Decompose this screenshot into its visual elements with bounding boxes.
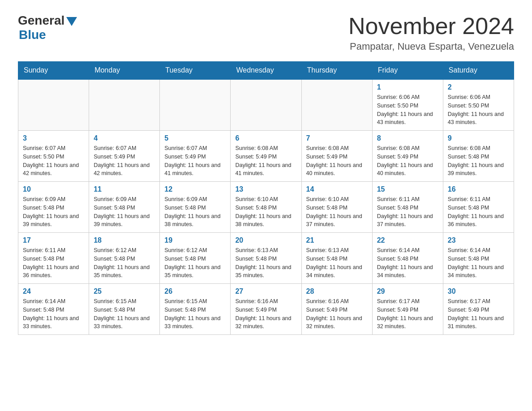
day-number: 22 — [377, 236, 438, 244]
day-number: 10 — [23, 185, 84, 193]
logo: General Blue — [18, 13, 77, 42]
day-number: 19 — [164, 236, 226, 244]
day-number: 26 — [164, 287, 226, 295]
day-number: 18 — [94, 236, 155, 244]
day-sun-info: Sunrise: 6:09 AM Sunset: 5:48 PM Dayligh… — [164, 195, 226, 229]
day-number: 13 — [235, 185, 296, 193]
day-sun-info: Sunrise: 6:08 AM Sunset: 5:49 PM Dayligh… — [377, 144, 438, 178]
calendar-week-row: 24Sunrise: 6:14 AM Sunset: 5:48 PM Dayli… — [18, 284, 514, 335]
calendar-day-cell: 14Sunrise: 6:10 AM Sunset: 5:48 PM Dayli… — [301, 182, 372, 233]
calendar-week-row: 3Sunrise: 6:07 AM Sunset: 5:50 PM Daylig… — [18, 131, 514, 182]
calendar-day-cell: 2Sunrise: 6:06 AM Sunset: 5:50 PM Daylig… — [443, 79, 514, 131]
day-of-week-header: Tuesday — [160, 62, 231, 80]
day-sun-info: Sunrise: 6:08 AM Sunset: 5:49 PM Dayligh… — [306, 144, 368, 178]
day-sun-info: Sunrise: 6:06 AM Sunset: 5:50 PM Dayligh… — [448, 93, 509, 127]
day-sun-info: Sunrise: 6:14 AM Sunset: 5:48 PM Dayligh… — [23, 297, 84, 331]
calendar-day-cell: 29Sunrise: 6:17 AM Sunset: 5:49 PM Dayli… — [372, 284, 443, 335]
calendar-day-cell: 24Sunrise: 6:14 AM Sunset: 5:48 PM Dayli… — [18, 284, 89, 335]
day-number: 27 — [235, 287, 296, 295]
day-sun-info: Sunrise: 6:15 AM Sunset: 5:48 PM Dayligh… — [164, 297, 226, 331]
calendar-day-cell — [301, 79, 372, 131]
day-sun-info: Sunrise: 6:11 AM Sunset: 5:48 PM Dayligh… — [448, 195, 509, 229]
day-number: 28 — [306, 287, 368, 295]
calendar-day-cell: 8Sunrise: 6:08 AM Sunset: 5:49 PM Daylig… — [372, 131, 443, 182]
calendar-day-cell: 6Sunrise: 6:08 AM Sunset: 5:49 PM Daylig… — [231, 131, 301, 182]
day-number: 21 — [306, 236, 368, 244]
day-number: 29 — [377, 287, 438, 295]
calendar-day-cell: 1Sunrise: 6:06 AM Sunset: 5:50 PM Daylig… — [372, 79, 443, 131]
calendar-day-cell: 19Sunrise: 6:12 AM Sunset: 5:48 PM Dayli… — [160, 233, 231, 284]
calendar-day-cell — [231, 79, 301, 131]
day-number: 30 — [448, 287, 509, 295]
day-sun-info: Sunrise: 6:06 AM Sunset: 5:50 PM Dayligh… — [377, 93, 438, 127]
day-of-week-header: Wednesday — [231, 62, 301, 80]
day-sun-info: Sunrise: 6:08 AM Sunset: 5:49 PM Dayligh… — [235, 144, 296, 178]
day-number: 12 — [164, 185, 226, 193]
day-number: 9 — [448, 134, 509, 142]
day-number: 17 — [23, 236, 84, 244]
day-number: 14 — [306, 185, 368, 193]
day-sun-info: Sunrise: 6:15 AM Sunset: 5:48 PM Dayligh… — [94, 297, 155, 331]
calendar-day-cell: 13Sunrise: 6:10 AM Sunset: 5:48 PM Dayli… — [231, 182, 301, 233]
calendar-day-cell — [89, 79, 160, 131]
day-sun-info: Sunrise: 6:14 AM Sunset: 5:48 PM Dayligh… — [377, 246, 438, 280]
logo-general-text: General — [18, 13, 64, 28]
day-sun-info: Sunrise: 6:13 AM Sunset: 5:48 PM Dayligh… — [235, 246, 296, 280]
day-of-week-header: Monday — [89, 62, 160, 80]
calendar-day-cell: 28Sunrise: 6:16 AM Sunset: 5:49 PM Dayli… — [301, 284, 372, 335]
day-of-week-header: Saturday — [443, 62, 514, 80]
calendar-header-row: SundayMondayTuesdayWednesdayThursdayFrid… — [18, 62, 514, 80]
day-number: 25 — [94, 287, 155, 295]
calendar-day-cell: 30Sunrise: 6:17 AM Sunset: 5:49 PM Dayli… — [443, 284, 514, 335]
calendar-day-cell — [18, 79, 89, 131]
calendar-day-cell: 27Sunrise: 6:16 AM Sunset: 5:49 PM Dayli… — [231, 284, 301, 335]
day-number: 3 — [23, 134, 84, 142]
day-number: 7 — [306, 134, 368, 142]
calendar-day-cell: 23Sunrise: 6:14 AM Sunset: 5:48 PM Dayli… — [443, 233, 514, 284]
calendar-day-cell: 21Sunrise: 6:13 AM Sunset: 5:48 PM Dayli… — [301, 233, 372, 284]
day-sun-info: Sunrise: 6:07 AM Sunset: 5:49 PM Dayligh… — [94, 144, 155, 178]
day-number: 1 — [377, 83, 438, 91]
calendar-day-cell: 12Sunrise: 6:09 AM Sunset: 5:48 PM Dayli… — [160, 182, 231, 233]
month-title: November 2024 — [348, 13, 514, 39]
day-sun-info: Sunrise: 6:11 AM Sunset: 5:48 PM Dayligh… — [23, 246, 84, 280]
day-number: 6 — [235, 134, 296, 142]
calendar-day-cell: 3Sunrise: 6:07 AM Sunset: 5:50 PM Daylig… — [18, 131, 89, 182]
calendar-day-cell: 17Sunrise: 6:11 AM Sunset: 5:48 PM Dayli… — [18, 233, 89, 284]
day-sun-info: Sunrise: 6:17 AM Sunset: 5:49 PM Dayligh… — [448, 297, 509, 331]
calendar-table: SundayMondayTuesdayWednesdayThursdayFrid… — [18, 61, 514, 335]
day-sun-info: Sunrise: 6:16 AM Sunset: 5:49 PM Dayligh… — [306, 297, 368, 331]
day-of-week-header: Thursday — [301, 62, 372, 80]
day-number: 4 — [94, 134, 155, 142]
calendar-week-row: 1Sunrise: 6:06 AM Sunset: 5:50 PM Daylig… — [18, 79, 514, 131]
calendar-day-cell: 18Sunrise: 6:12 AM Sunset: 5:48 PM Dayli… — [89, 233, 160, 284]
day-number: 23 — [448, 236, 509, 244]
calendar-day-cell: 4Sunrise: 6:07 AM Sunset: 5:49 PM Daylig… — [89, 131, 160, 182]
day-sun-info: Sunrise: 6:11 AM Sunset: 5:48 PM Dayligh… — [377, 195, 438, 229]
day-sun-info: Sunrise: 6:09 AM Sunset: 5:48 PM Dayligh… — [23, 195, 84, 229]
day-sun-info: Sunrise: 6:10 AM Sunset: 5:48 PM Dayligh… — [306, 195, 368, 229]
location-subtitle: Pampatar, Nueva Esparta, Venezuela — [348, 41, 514, 52]
calendar-day-cell — [160, 79, 231, 131]
day-number: 16 — [448, 185, 509, 193]
calendar-week-row: 17Sunrise: 6:11 AM Sunset: 5:48 PM Dayli… — [18, 233, 514, 284]
title-area: November 2024 Pampatar, Nueva Esparta, V… — [348, 13, 514, 52]
day-number: 15 — [377, 185, 438, 193]
day-of-week-header: Sunday — [18, 62, 89, 80]
day-sun-info: Sunrise: 6:09 AM Sunset: 5:48 PM Dayligh… — [94, 195, 155, 229]
logo-triangle-icon — [66, 17, 77, 26]
calendar-day-cell: 20Sunrise: 6:13 AM Sunset: 5:48 PM Dayli… — [231, 233, 301, 284]
day-sun-info: Sunrise: 6:10 AM Sunset: 5:48 PM Dayligh… — [235, 195, 296, 229]
day-sun-info: Sunrise: 6:07 AM Sunset: 5:49 PM Dayligh… — [164, 144, 226, 178]
calendar-day-cell: 11Sunrise: 6:09 AM Sunset: 5:48 PM Dayli… — [89, 182, 160, 233]
day-number: 11 — [94, 185, 155, 193]
day-sun-info: Sunrise: 6:17 AM Sunset: 5:49 PM Dayligh… — [377, 297, 438, 331]
logo-blue-text: Blue — [19, 28, 46, 42]
day-number: 20 — [235, 236, 296, 244]
day-number: 8 — [377, 134, 438, 142]
calendar-day-cell: 15Sunrise: 6:11 AM Sunset: 5:48 PM Dayli… — [372, 182, 443, 233]
day-sun-info: Sunrise: 6:08 AM Sunset: 5:48 PM Dayligh… — [448, 144, 509, 178]
calendar-day-cell: 26Sunrise: 6:15 AM Sunset: 5:48 PM Dayli… — [160, 284, 231, 335]
day-sun-info: Sunrise: 6:14 AM Sunset: 5:48 PM Dayligh… — [448, 246, 509, 280]
day-number: 24 — [23, 287, 84, 295]
